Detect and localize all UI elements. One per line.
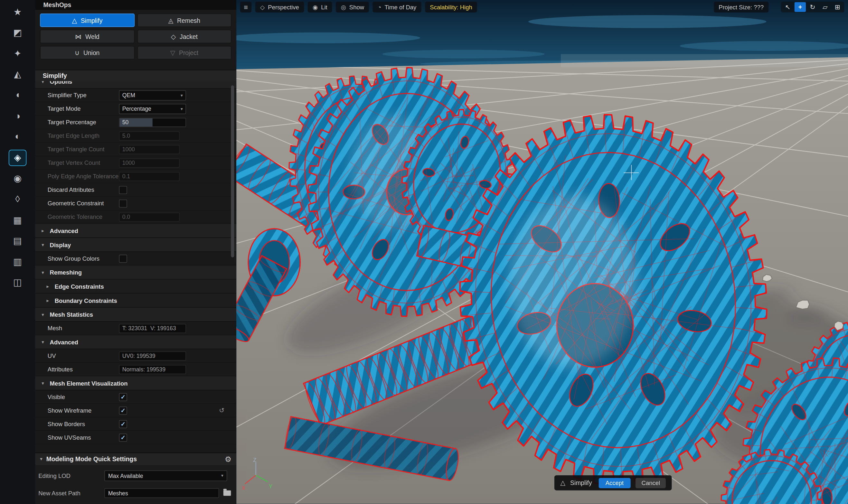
simplifier-type-dropdown[interactable]: QEM▾ [119,90,186,101]
show-wireframe-checkbox[interactable]: ✓ [119,406,127,414]
boolean-icon[interactable]: ◉ [9,170,26,186]
category-remeshing[interactable]: ▾Remeshing [35,266,236,280]
attributes-value-box: Normals: 199539 [119,365,186,374]
category-edge-constraints[interactable]: ▸Edge Constraints [35,280,236,294]
dropdown-value: Percentage [122,106,151,112]
visible-checkbox[interactable]: ✓ [119,393,127,401]
quick-settings-header[interactable]: ▾ Modeling Mode Quick Settings ⚙ [35,453,236,465]
chevron-down-icon: ▾ [41,81,46,84]
layout-icon[interactable]: ◫ [9,274,26,291]
target-mode-dropdown[interactable]: Percentage▾ [119,104,186,114]
simplify-section-header: Simplify [35,70,236,83]
tool-jacket-button[interactable]: ◇Jacket [137,30,231,43]
scale-icon[interactable]: ▱ [819,2,831,12]
uv-label: UV [48,353,119,359]
chevron-down-icon: ▾ [41,380,46,386]
project-size-chip[interactable]: Project Size: ??? [714,2,768,13]
rotate-icon[interactable]: ↻ [807,2,818,12]
cancel-button[interactable]: Cancel [636,478,666,488]
viewport-menu-button[interactable]: ≡ [240,2,251,13]
tools-icon[interactable]: ◭ [9,66,26,83]
show-group-colors-checkbox[interactable] [119,254,127,262]
category-label: Advanced [50,339,78,345]
category-advanced[interactable]: ▾Advanced [35,335,236,349]
uv-icon[interactable]: ▥ [9,254,26,270]
show-wireframe-label: Show Wireframe [48,407,119,414]
texture-icon[interactable]: ▦ [9,212,26,228]
chip-label: Lit [321,4,328,10]
unreal-editor-window: ★◩✦◭◖◑◐◈◉◊▦▤▥◫ MeshOps △Simplify◬Remesh⋈… [0,0,848,504]
reset-to-default-icon[interactable]: ↺ [219,407,224,414]
slider-value: 50 [122,119,129,126]
show-group-colors-label: Show Group Colors [48,255,119,262]
modeling-mode-icon[interactable]: ◈ [9,149,26,165]
folder-icon[interactable] [224,490,231,496]
scrollbar-thumb[interactable] [231,85,234,257]
effects-icon[interactable]: ✦ [9,46,26,61]
tool-remesh-button[interactable]: ◬Remesh [137,14,231,27]
target-percentage-label: Target Percentage [48,119,119,126]
show-borders-checkbox[interactable]: ✓ [119,420,127,428]
tool-label: Remesh [177,17,200,23]
shading-icon[interactable]: ◑ [9,108,26,124]
perspective-icon: ◇ [260,3,265,11]
chip-time-of-day[interactable]: ◔Time of Day [373,2,421,13]
row-geometric-constraint: Geometric Constraint [35,197,236,210]
tool-weld-button[interactable]: ⋈Weld [40,30,134,43]
viewport-toolbar: ≡◇Perspective◉Lit◎Show◔Time of DayScalab… [236,1,848,13]
translate-icon[interactable]: + [795,2,806,12]
project-icon: ▽ [170,49,175,57]
category-mesh-statistics[interactable]: ▾Mesh Statistics [35,308,236,322]
category-boundary-constraints[interactable]: ▸Boundary Constraints [35,293,236,308]
category-label: Mesh Element Visualization [50,380,128,386]
viewport-3d: ≡◇Perspective◉Lit◎Show◔Time of DayScalab… [236,0,848,504]
row-target-vertex-count: Target Vertex Count1000 [35,156,236,169]
accept-button[interactable]: Accept [599,478,631,488]
discard-attributes-label: Discard Attributes [48,187,119,193]
new-asset-path-input[interactable]: Meshes [104,488,219,498]
category-label: Mesh Statistics [50,311,93,318]
poly-edge-angle-tolerance-label: Poly Edge Angle Tolerance [48,173,119,180]
fluid-icon[interactable]: ◊ [9,191,26,207]
tool-project-button: ▽Project [137,46,231,59]
mirror-icon[interactable]: ◐ [9,129,26,145]
tool-label: Project [179,50,198,56]
target-vertex-count-input: 1000 [119,158,180,167]
attributes-icon[interactable]: ▤ [9,233,26,249]
target-mode-label: Target Mode [48,106,119,112]
chip-label: Time of Day [384,4,416,10]
meshops-tool-grid: △Simplify◬Remesh⋈Weld◇Jacket∪Union▽Proje… [35,10,236,63]
chip-perspective[interactable]: ◇Perspective [255,2,304,13]
select-mode-icon[interactable]: ◩ [9,24,26,40]
target-percentage-slider[interactable]: 50 [119,118,186,127]
properties-scrollbar[interactable] [231,82,234,452]
geometric-constraint-checkbox[interactable] [119,199,127,207]
category-display[interactable]: ▾Display [35,238,236,252]
favorites-icon[interactable]: ★ [9,4,26,20]
viewport-3d-scene[interactable] [236,0,848,504]
grid-snap-icon[interactable]: ⊞ [832,2,843,12]
visible-label: Visible [48,394,119,400]
category-label: Boundary Constraints [55,297,117,304]
time-of-day-icon: ◔ [378,4,381,10]
chip-show[interactable]: ◎Show [336,2,369,13]
tool-union-button[interactable]: ∪Union [40,46,134,59]
category-mesh-element-visualization[interactable]: ▾Mesh Element Visualization [35,376,236,390]
chip-scalability-high[interactable]: Scalability: High [425,2,477,13]
category-options[interactable]: ▾Options [35,81,236,89]
chevron-down-icon: ▾ [181,106,183,111]
discard-attributes-checkbox[interactable] [119,186,127,194]
category-advanced[interactable]: ▸Advanced [35,224,236,238]
tool-simplify-button[interactable]: △Simplify [40,14,134,27]
dropdown-value: QEM [122,92,135,98]
editing-lod-label: Editing LOD [38,472,104,479]
sculpt-icon[interactable]: ◖ [9,87,26,103]
cursor-icon[interactable]: ↖ [782,2,793,12]
remesh-icon: ◬ [169,16,174,24]
row-discard-attributes: Discard Attributes [35,183,236,197]
new-asset-path-row: New Asset Path Meshes [35,486,236,500]
gear-icon[interactable]: ⚙ [225,455,231,464]
chip-lit[interactable]: ◉Lit [308,2,332,13]
editing-lod-dropdown[interactable]: Max Available ▾ [104,470,227,481]
show-uvseams-checkbox[interactable]: ✓ [119,433,127,441]
